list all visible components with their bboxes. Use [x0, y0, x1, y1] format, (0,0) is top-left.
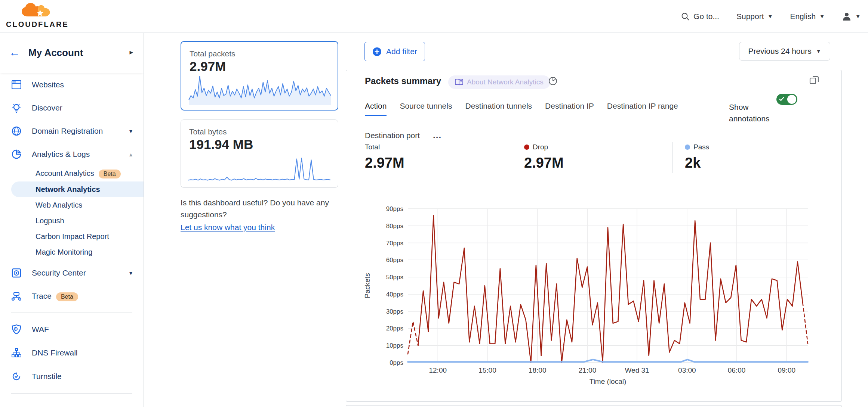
- total-packets-card[interactable]: Total packets 2.97M: [181, 41, 338, 111]
- sidebar-divider: [11, 393, 132, 394]
- about-network-analytics-badge[interactable]: About Network Analytics: [448, 75, 550, 89]
- tab-action[interactable]: Action: [365, 102, 387, 116]
- feedback-block: Is this dashboard useful? Do you have an…: [181, 197, 344, 233]
- sidebar-item-discover[interactable]: Discover: [0, 100, 144, 116]
- rotate-check-icon: [11, 371, 22, 382]
- plus-circle-icon: [372, 47, 382, 56]
- sidebar-item-carbon-impact-report[interactable]: Carbon Impact Report: [0, 229, 144, 244]
- sidebar-item-logpush[interactable]: Logpush: [0, 213, 144, 229]
- sidebar-item-partial[interactable]: [0, 402, 144, 407]
- chevron-down-icon: ▼: [855, 13, 861, 19]
- cloudflare-logo[interactable]: CLOUDFLARE: [6, 2, 67, 31]
- sidebar-item-analytics-logs[interactable]: Analytics & Logs ▴: [0, 146, 144, 162]
- trace-icon: [11, 291, 22, 302]
- tab-destination-port[interactable]: Destination port: [365, 131, 420, 145]
- pass-dot: [685, 145, 690, 150]
- burst-icon: [11, 405, 22, 407]
- tab-source-tunnels[interactable]: Source tunnels: [400, 102, 452, 116]
- language-menu[interactable]: English ▼: [790, 12, 825, 21]
- tab-destination-ip[interactable]: Destination IP: [545, 102, 594, 116]
- chevron-down-icon: ▾: [129, 128, 132, 135]
- account-header[interactable]: ← My Account ▸: [0, 33, 144, 73]
- svg-text:09:00: 09:00: [778, 366, 796, 374]
- svg-text:80pps: 80pps: [386, 223, 403, 230]
- chevron-down-icon: ▼: [819, 13, 825, 19]
- show-annotations-toggle[interactable]: [776, 94, 797, 105]
- breakdown-tabs-row2: Destination port ...: [365, 131, 441, 145]
- svg-text:03:00: 03:00: [678, 366, 696, 374]
- sidebar-item-trace[interactable]: TraceBeta: [0, 288, 144, 305]
- cloudflare-wordmark: CLOUDFLARE: [6, 20, 67, 29]
- sidebar-item-domain-registration[interactable]: Domain Registration ▾: [0, 123, 144, 139]
- goto-label: Go to...: [693, 12, 719, 21]
- browser-icon: [11, 80, 22, 90]
- tab-destination-tunnels[interactable]: Destination tunnels: [465, 102, 532, 116]
- bytes-sparkline: [188, 155, 331, 183]
- card-value: 2.97M: [190, 59, 338, 74]
- svg-text:15:00: 15:00: [478, 366, 496, 374]
- sidebar-item-waf[interactable]: WAF: [0, 321, 144, 338]
- book-icon: [455, 79, 463, 86]
- sidebar-item-websites[interactable]: Websites: [0, 77, 144, 93]
- tab-destination-ip-range[interactable]: Destination IP range: [607, 102, 678, 116]
- account-name: My Account: [28, 47, 83, 59]
- time-range-select[interactable]: Previous 24 hours ▼: [739, 42, 830, 60]
- more-tabs-button[interactable]: ...: [433, 133, 441, 142]
- svg-text:Wed 31: Wed 31: [625, 366, 649, 374]
- usage-pie-icon[interactable]: [548, 76, 558, 87]
- globe-icon: [11, 126, 22, 136]
- beta-badge: Beta: [99, 170, 121, 178]
- hierarchy-icon: [11, 348, 22, 358]
- toggle-knob: [787, 95, 796, 104]
- support-label: Support: [736, 12, 764, 21]
- svg-text:Packets: Packets: [363, 273, 371, 298]
- account-menu[interactable]: ▼: [842, 12, 861, 21]
- chevron-right-icon[interactable]: ▸: [129, 48, 133, 56]
- card-title: Total bytes: [189, 127, 338, 136]
- svg-text:Time (local): Time (local): [590, 378, 627, 385]
- shield-gear-icon: [11, 324, 22, 335]
- add-filter-button[interactable]: Add filter: [364, 42, 425, 61]
- sidebar-item-account-analytics[interactable]: Account AnalyticsBeta: [0, 166, 144, 181]
- packets-summary-panel: Packets summary About Network Analytics …: [346, 70, 842, 402]
- bulb-icon: [11, 103, 22, 113]
- sidebar-item-web-analytics[interactable]: Web Analytics: [0, 197, 144, 213]
- stat-total: Total 2.97M: [365, 143, 404, 171]
- feedback-link[interactable]: Let us know what you think: [181, 221, 275, 233]
- sidebar: ← My Account ▸ Websites Discover Domain …: [0, 33, 144, 407]
- svg-text:20pps: 20pps: [386, 325, 403, 332]
- beta-badge: Beta: [56, 292, 78, 301]
- panel-title: Packets summary: [365, 76, 441, 86]
- next-panel-top-edge: [346, 405, 842, 407]
- sidebar-item-network-analytics[interactable]: Network Analytics: [11, 181, 144, 197]
- svg-text:21:00: 21:00: [579, 366, 597, 374]
- svg-text:40pps: 40pps: [386, 291, 403, 298]
- language-label: English: [790, 12, 816, 21]
- user-icon: [842, 12, 852, 21]
- expand-panel-icon[interactable]: [809, 75, 819, 87]
- sidebar-item-security-center[interactable]: Security Center ▾: [0, 265, 144, 281]
- cloudflare-dashboard: CLOUDFLARE Go to... Support ▼ English ▼: [0, 0, 868, 407]
- svg-text:30pps: 30pps: [386, 308, 403, 315]
- goto-search[interactable]: Go to...: [681, 12, 719, 21]
- packets-sparkline: [188, 73, 332, 105]
- stat-drop: Drop 2.97M: [524, 143, 564, 171]
- card-title: Total packets: [190, 49, 338, 58]
- pie-chart-icon: [11, 149, 22, 159]
- chevron-down-icon: ▼: [768, 13, 773, 19]
- total-bytes-card[interactable]: Total bytes 191.94 MB: [181, 119, 338, 188]
- support-menu[interactable]: Support ▼: [736, 12, 773, 21]
- top-header: CLOUDFLARE Go to... Support ▼ English ▼: [0, 0, 868, 33]
- chevron-down-icon: ▼: [816, 48, 821, 54]
- svg-text:50pps: 50pps: [386, 274, 403, 281]
- sidebar-item-turnstile[interactable]: Turnstile: [0, 368, 144, 385]
- packets-chart[interactable]: 0pps10pps20pps30pps40pps50pps60pps70pps8…: [359, 202, 819, 392]
- back-arrow-icon[interactable]: ←: [9, 46, 20, 59]
- sidebar-item-magic-monitoring[interactable]: Magic Monitoring: [0, 244, 144, 260]
- stat-divider: [672, 142, 673, 173]
- breakdown-tabs: Action Source tunnels Destination tunnel…: [365, 102, 678, 116]
- svg-text:0pps: 0pps: [390, 359, 403, 366]
- sidebar-item-dns-firewall[interactable]: DNS Firewall: [0, 345, 144, 361]
- svg-text:10pps: 10pps: [386, 342, 403, 349]
- feedback-question: Is this dashboard useful? Do you have an…: [181, 198, 329, 219]
